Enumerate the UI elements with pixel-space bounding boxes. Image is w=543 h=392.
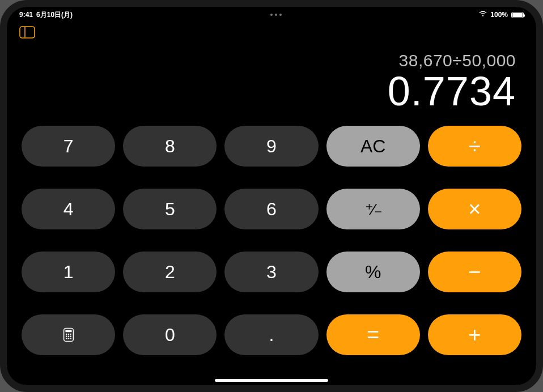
calculator-icon xyxy=(61,327,76,342)
key-8[interactable]: 8 xyxy=(123,126,217,167)
keypad: 7 8 9 AC ÷ 4 5 6 ⁺∕₋ × 1 2 3 % − xyxy=(7,118,536,385)
key-divide[interactable]: ÷ xyxy=(428,126,521,167)
key-minus[interactable]: − xyxy=(428,252,521,292)
multitask-dots[interactable] xyxy=(270,14,282,16)
status-time: 9:41 xyxy=(19,11,33,19)
svg-point-12 xyxy=(70,338,71,339)
home-indicator[interactable] xyxy=(215,379,328,382)
screen: 9:41 6月10日(月) 100% xyxy=(7,7,536,385)
svg-point-8 xyxy=(67,336,69,337)
svg-point-4 xyxy=(66,334,67,335)
key-0[interactable]: 0 xyxy=(123,314,217,355)
key-9[interactable]: 9 xyxy=(224,126,318,167)
svg-point-7 xyxy=(66,336,67,337)
key-multiply[interactable]: × xyxy=(428,189,521,229)
key-6[interactable]: 6 xyxy=(224,189,318,229)
key-percent[interactable]: % xyxy=(326,252,420,292)
mode-toggle-button[interactable] xyxy=(19,26,35,39)
key-2[interactable]: 2 xyxy=(123,252,217,292)
display-result: 0.7734 xyxy=(27,68,516,114)
battery-icon xyxy=(511,12,524,18)
display-expression: 38,670÷50,000 xyxy=(27,51,516,70)
app-topbar xyxy=(7,23,536,41)
key-all-clear[interactable]: AC xyxy=(326,126,420,167)
svg-point-11 xyxy=(67,338,69,339)
device-frame: 9:41 6月10日(月) 100% xyxy=(0,0,543,392)
key-5[interactable]: 5 xyxy=(123,189,217,229)
status-bar: 9:41 6月10日(月) 100% xyxy=(7,7,536,23)
key-scientific-mode[interactable] xyxy=(22,314,115,355)
svg-point-6 xyxy=(70,334,71,335)
key-1[interactable]: 1 xyxy=(22,252,115,292)
svg-point-9 xyxy=(70,336,71,337)
svg-point-5 xyxy=(67,334,69,335)
svg-rect-0 xyxy=(20,27,35,38)
wifi-icon xyxy=(479,11,487,19)
key-decimal[interactable]: . xyxy=(224,314,318,355)
key-negate[interactable]: ⁺∕₋ xyxy=(326,189,420,229)
key-7[interactable]: 7 xyxy=(22,126,115,167)
key-equals[interactable]: = xyxy=(326,314,420,355)
status-date: 6月10日(月) xyxy=(36,10,73,20)
svg-point-10 xyxy=(66,338,67,339)
key-4[interactable]: 4 xyxy=(22,189,115,229)
key-plus[interactable]: + xyxy=(428,314,521,355)
svg-rect-3 xyxy=(65,330,71,333)
calc-display: 38,670÷50,000 0.7734 xyxy=(7,41,536,118)
battery-percent: 100% xyxy=(490,11,508,19)
key-3[interactable]: 3 xyxy=(224,252,318,292)
